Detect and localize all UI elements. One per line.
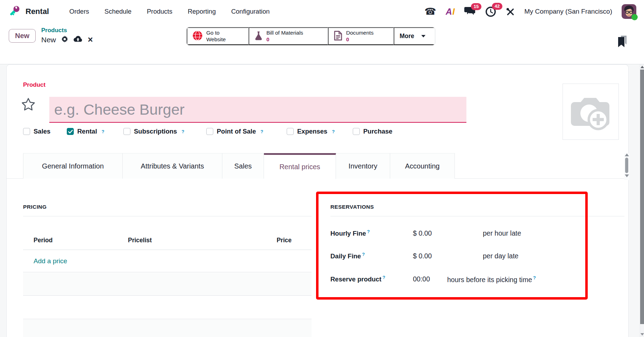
bookmark-icon[interactable] <box>617 35 627 50</box>
online-status-dot <box>631 14 638 20</box>
menu-reporting[interactable]: Reporting <box>188 8 216 15</box>
breadcrumb: Products New × <box>41 27 93 44</box>
inner-scrollbar-thumb[interactable] <box>625 158 628 173</box>
checkbox-rental[interactable]: Rental? <box>67 128 105 135</box>
scrollbar-down-arrow[interactable] <box>641 333 644 336</box>
documents-count: 0 <box>346 36 373 43</box>
notebook-tabs: General Information Attributes & Variant… <box>23 153 455 179</box>
checkbox-purchase[interactable]: Purchase <box>353 128 397 135</box>
document-icon <box>334 31 342 42</box>
help-icon[interactable]: ? <box>102 129 105 134</box>
go-to-website-button[interactable]: Go to Website <box>187 27 249 45</box>
documents-button[interactable]: Documents 0 <box>328 27 394 45</box>
menu-schedule[interactable]: Schedule <box>105 8 131 15</box>
checkbox-box <box>206 128 213 135</box>
rental-key-icon <box>8 4 21 19</box>
tab-general-information[interactable]: General Information <box>23 153 123 179</box>
company-switcher[interactable]: My Company (San Francisco) <box>524 8 612 15</box>
checkbox-subscriptions[interactable]: Subscriptions? <box>123 128 184 135</box>
reserve-product-suffix: hours before its picking time? <box>447 275 536 284</box>
tab-rental-prices[interactable]: Rental prices <box>264 153 336 179</box>
pricing-section-title: PRICING <box>23 204 46 210</box>
add-a-price-link[interactable]: Add a price <box>34 257 67 265</box>
menu-products[interactable]: Products <box>147 8 172 15</box>
scroll-up-arrow[interactable] <box>625 153 629 156</box>
gear-actions-icon[interactable] <box>61 36 68 44</box>
window-scrollbar-thumb[interactable] <box>640 70 644 324</box>
top-navbar: Rental Orders Schedule Products Reportin… <box>0 0 644 23</box>
favorite-star-icon[interactable] <box>21 97 36 114</box>
reservations-rule <box>330 216 624 216</box>
breadcrumb-products-link[interactable]: Products <box>41 27 93 34</box>
scrollbar-up-arrow[interactable] <box>641 66 644 68</box>
camera-placeholder-icon <box>570 93 612 131</box>
hourly-fine-value[interactable]: $ 0.00 <box>413 229 432 237</box>
checkbox-box-checked <box>67 128 74 135</box>
pricing-table-header: Period Pricelist Price <box>23 229 312 250</box>
product-name-input[interactable] <box>49 97 466 123</box>
control-panel: New Products New × <box>0 23 644 64</box>
help-icon[interactable]: ? <box>181 129 184 134</box>
menu-configuration[interactable]: Configuration <box>231 8 270 15</box>
voip-phone-icon[interactable]: ☎ <box>424 7 436 16</box>
reserve-product-row: Reserve product? 00:00 hours before its … <box>330 275 626 285</box>
hourly-fine-row: Hourly Fine? $ 0.00 per hour late <box>330 229 626 239</box>
tab-inventory[interactable]: Inventory <box>336 153 390 179</box>
hourly-fine-suffix: per hour late <box>483 229 521 237</box>
bom-count: 0 <box>266 36 303 43</box>
help-icon[interactable]: ? <box>332 129 335 134</box>
app-name: Rental <box>26 7 49 16</box>
empty-table-row <box>23 320 312 337</box>
help-icon[interactable]: ? <box>382 275 385 280</box>
column-period[interactable]: Period <box>34 237 52 244</box>
empty-table-row <box>23 273 312 296</box>
checkbox-sales[interactable]: Sales <box>23 128 55 135</box>
new-record-button[interactable]: New <box>9 29 36 43</box>
bill-of-materials-button[interactable]: Bill of Materials 0 <box>249 27 328 45</box>
column-price[interactable]: Price <box>277 237 292 244</box>
more-button[interactable]: More <box>394 27 435 45</box>
globe-icon <box>193 31 202 42</box>
checkbox-box <box>353 128 360 135</box>
product-image-upload[interactable] <box>563 84 619 140</box>
menu-orders[interactable]: Orders <box>69 8 89 15</box>
discard-changes-icon[interactable]: × <box>88 35 93 44</box>
breadcrumb-current: New <box>41 36 56 44</box>
user-avatar[interactable] <box>622 4 636 19</box>
column-pricelist[interactable]: Pricelist <box>128 237 152 244</box>
reserve-product-label: Reserve product? <box>330 275 385 283</box>
cloud-save-icon[interactable] <box>73 36 83 44</box>
debug-tools-icon[interactable] <box>506 7 515 16</box>
help-icon[interactable]: ? <box>367 229 370 234</box>
activities-icon[interactable]: 42 <box>485 6 496 17</box>
stat-button-group: Go to Website Bill of Materials 0 <box>186 27 435 45</box>
empty-table-row <box>23 296 312 319</box>
tab-accounting[interactable]: Accounting <box>390 153 455 179</box>
messages-icon[interactable]: 15 <box>464 7 476 16</box>
daily-fine-label: Daily Fine? <box>330 252 365 260</box>
checkbox-expenses[interactable]: Expenses? <box>287 128 335 135</box>
checkbox-box <box>23 128 30 135</box>
tab-attributes-variants[interactable]: Attributes & Variants <box>123 153 222 179</box>
product-field-label: Product <box>23 81 45 88</box>
app-brand[interactable]: Rental <box>8 4 49 19</box>
window-scrollbar[interactable] <box>640 64 644 337</box>
reservations-section-title: RESERVATIONS <box>330 204 374 210</box>
scroll-down-arrow[interactable] <box>625 174 629 177</box>
activities-badge: 42 <box>492 3 502 10</box>
reserve-product-value[interactable]: 00:00 <box>413 275 430 283</box>
inner-scrollbar[interactable] <box>624 153 629 180</box>
ai-icon[interactable]: AI <box>446 7 455 17</box>
pricing-rule <box>23 216 312 216</box>
daily-fine-suffix: per day late <box>483 252 518 260</box>
help-icon[interactable]: ? <box>260 129 263 134</box>
checkbox-box <box>123 128 130 135</box>
hourly-fine-label: Hourly Fine? <box>330 229 370 237</box>
help-icon[interactable]: ? <box>533 275 536 280</box>
daily-fine-value[interactable]: $ 0.00 <box>413 252 432 260</box>
checkbox-box <box>287 128 294 135</box>
tab-sales[interactable]: Sales <box>222 153 264 179</box>
checkbox-point-of-sale[interactable]: Point of Sale? <box>206 128 263 135</box>
flask-icon <box>255 31 263 42</box>
help-icon[interactable]: ? <box>362 252 365 257</box>
